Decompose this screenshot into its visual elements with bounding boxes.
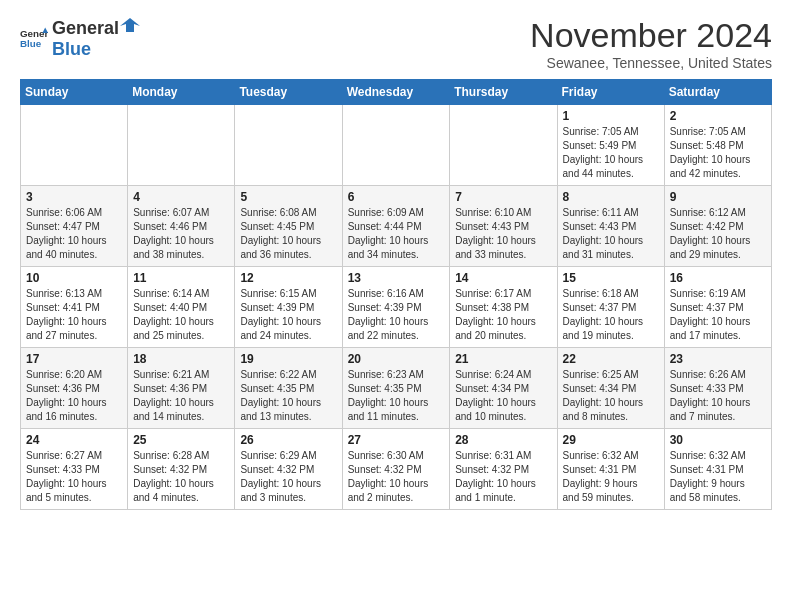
title-area: November 2024 Sewanee, Tennessee, United…	[530, 16, 772, 71]
day-number: 22	[563, 352, 659, 366]
day-number: 11	[133, 271, 229, 285]
day-of-week-wednesday: Wednesday	[342, 80, 450, 105]
calendar-cell: 14Sunrise: 6:17 AM Sunset: 4:38 PM Dayli…	[450, 267, 557, 348]
month-title: November 2024	[530, 16, 772, 55]
day-number: 30	[670, 433, 766, 447]
day-info: Sunrise: 6:31 AM Sunset: 4:32 PM Dayligh…	[455, 449, 551, 505]
day-info: Sunrise: 6:29 AM Sunset: 4:32 PM Dayligh…	[240, 449, 336, 505]
day-number: 9	[670, 190, 766, 204]
day-info: Sunrise: 7:05 AM Sunset: 5:49 PM Dayligh…	[563, 125, 659, 181]
calendar-cell: 17Sunrise: 6:20 AM Sunset: 4:36 PM Dayli…	[21, 348, 128, 429]
calendar-cell: 26Sunrise: 6:29 AM Sunset: 4:32 PM Dayli…	[235, 429, 342, 510]
calendar-cell: 27Sunrise: 6:30 AM Sunset: 4:32 PM Dayli…	[342, 429, 450, 510]
day-number: 4	[133, 190, 229, 204]
calendar-cell: 6Sunrise: 6:09 AM Sunset: 4:44 PM Daylig…	[342, 186, 450, 267]
calendar-cell	[342, 105, 450, 186]
header: General Blue General Blue November 2024 …	[20, 16, 772, 71]
calendar-cell: 5Sunrise: 6:08 AM Sunset: 4:45 PM Daylig…	[235, 186, 342, 267]
day-of-week-sunday: Sunday	[21, 80, 128, 105]
svg-marker-3	[120, 18, 140, 32]
calendar-cell: 10Sunrise: 6:13 AM Sunset: 4:41 PM Dayli…	[21, 267, 128, 348]
calendar-cell: 18Sunrise: 6:21 AM Sunset: 4:36 PM Dayli…	[128, 348, 235, 429]
calendar-cell: 1Sunrise: 7:05 AM Sunset: 5:49 PM Daylig…	[557, 105, 664, 186]
calendar-table: SundayMondayTuesdayWednesdayThursdayFrid…	[20, 79, 772, 510]
svg-text:Blue: Blue	[20, 38, 42, 49]
calendar-week-row: 3Sunrise: 6:06 AM Sunset: 4:47 PM Daylig…	[21, 186, 772, 267]
calendar-cell: 16Sunrise: 6:19 AM Sunset: 4:37 PM Dayli…	[664, 267, 771, 348]
day-info: Sunrise: 6:21 AM Sunset: 4:36 PM Dayligh…	[133, 368, 229, 424]
day-info: Sunrise: 6:09 AM Sunset: 4:44 PM Dayligh…	[348, 206, 445, 262]
logo-bird-icon	[120, 16, 140, 34]
day-info: Sunrise: 6:10 AM Sunset: 4:43 PM Dayligh…	[455, 206, 551, 262]
day-number: 14	[455, 271, 551, 285]
day-info: Sunrise: 6:20 AM Sunset: 4:36 PM Dayligh…	[26, 368, 122, 424]
calendar-cell: 28Sunrise: 6:31 AM Sunset: 4:32 PM Dayli…	[450, 429, 557, 510]
day-of-week-tuesday: Tuesday	[235, 80, 342, 105]
day-info: Sunrise: 6:15 AM Sunset: 4:39 PM Dayligh…	[240, 287, 336, 343]
day-number: 10	[26, 271, 122, 285]
calendar-cell: 24Sunrise: 6:27 AM Sunset: 4:33 PM Dayli…	[21, 429, 128, 510]
day-info: Sunrise: 6:11 AM Sunset: 4:43 PM Dayligh…	[563, 206, 659, 262]
day-number: 19	[240, 352, 336, 366]
day-number: 17	[26, 352, 122, 366]
calendar-cell: 29Sunrise: 6:32 AM Sunset: 4:31 PM Dayli…	[557, 429, 664, 510]
day-info: Sunrise: 6:32 AM Sunset: 4:31 PM Dayligh…	[563, 449, 659, 505]
calendar-cell: 20Sunrise: 6:23 AM Sunset: 4:35 PM Dayli…	[342, 348, 450, 429]
day-info: Sunrise: 6:17 AM Sunset: 4:38 PM Dayligh…	[455, 287, 551, 343]
day-info: Sunrise: 6:24 AM Sunset: 4:34 PM Dayligh…	[455, 368, 551, 424]
day-number: 21	[455, 352, 551, 366]
logo-blue-text: Blue	[52, 39, 141, 60]
calendar-week-row: 10Sunrise: 6:13 AM Sunset: 4:41 PM Dayli…	[21, 267, 772, 348]
calendar-cell: 22Sunrise: 6:25 AM Sunset: 4:34 PM Dayli…	[557, 348, 664, 429]
day-number: 12	[240, 271, 336, 285]
logo-icon: General Blue	[20, 26, 48, 50]
day-number: 16	[670, 271, 766, 285]
calendar-cell: 25Sunrise: 6:28 AM Sunset: 4:32 PM Dayli…	[128, 429, 235, 510]
day-info: Sunrise: 6:25 AM Sunset: 4:34 PM Dayligh…	[563, 368, 659, 424]
day-of-week-saturday: Saturday	[664, 80, 771, 105]
calendar-week-row: 24Sunrise: 6:27 AM Sunset: 4:33 PM Dayli…	[21, 429, 772, 510]
day-number: 1	[563, 109, 659, 123]
calendar-cell: 15Sunrise: 6:18 AM Sunset: 4:37 PM Dayli…	[557, 267, 664, 348]
logo-general-text: General	[52, 18, 119, 39]
day-info: Sunrise: 6:28 AM Sunset: 4:32 PM Dayligh…	[133, 449, 229, 505]
calendar-cell: 4Sunrise: 6:07 AM Sunset: 4:46 PM Daylig…	[128, 186, 235, 267]
calendar-cell: 19Sunrise: 6:22 AM Sunset: 4:35 PM Dayli…	[235, 348, 342, 429]
day-number: 24	[26, 433, 122, 447]
calendar-cell: 9Sunrise: 6:12 AM Sunset: 4:42 PM Daylig…	[664, 186, 771, 267]
calendar-week-row: 1Sunrise: 7:05 AM Sunset: 5:49 PM Daylig…	[21, 105, 772, 186]
calendar-week-row: 17Sunrise: 6:20 AM Sunset: 4:36 PM Dayli…	[21, 348, 772, 429]
day-number: 18	[133, 352, 229, 366]
day-info: Sunrise: 6:27 AM Sunset: 4:33 PM Dayligh…	[26, 449, 122, 505]
calendar-cell	[128, 105, 235, 186]
calendar-cell: 11Sunrise: 6:14 AM Sunset: 4:40 PM Dayli…	[128, 267, 235, 348]
calendar-cell	[450, 105, 557, 186]
day-number: 8	[563, 190, 659, 204]
day-number: 25	[133, 433, 229, 447]
day-info: Sunrise: 6:12 AM Sunset: 4:42 PM Dayligh…	[670, 206, 766, 262]
calendar-cell: 21Sunrise: 6:24 AM Sunset: 4:34 PM Dayli…	[450, 348, 557, 429]
day-number: 5	[240, 190, 336, 204]
calendar-cell: 13Sunrise: 6:16 AM Sunset: 4:39 PM Dayli…	[342, 267, 450, 348]
day-number: 6	[348, 190, 445, 204]
day-number: 27	[348, 433, 445, 447]
day-info: Sunrise: 6:32 AM Sunset: 4:31 PM Dayligh…	[670, 449, 766, 505]
day-of-week-thursday: Thursday	[450, 80, 557, 105]
calendar-cell: 30Sunrise: 6:32 AM Sunset: 4:31 PM Dayli…	[664, 429, 771, 510]
day-number: 3	[26, 190, 122, 204]
calendar-cell: 23Sunrise: 6:26 AM Sunset: 4:33 PM Dayli…	[664, 348, 771, 429]
calendar-cell: 8Sunrise: 6:11 AM Sunset: 4:43 PM Daylig…	[557, 186, 664, 267]
calendar-cell: 3Sunrise: 6:06 AM Sunset: 4:47 PM Daylig…	[21, 186, 128, 267]
day-info: Sunrise: 6:14 AM Sunset: 4:40 PM Dayligh…	[133, 287, 229, 343]
day-number: 26	[240, 433, 336, 447]
day-number: 2	[670, 109, 766, 123]
day-number: 28	[455, 433, 551, 447]
day-info: Sunrise: 6:26 AM Sunset: 4:33 PM Dayligh…	[670, 368, 766, 424]
day-info: Sunrise: 6:06 AM Sunset: 4:47 PM Dayligh…	[26, 206, 122, 262]
calendar-cell: 7Sunrise: 6:10 AM Sunset: 4:43 PM Daylig…	[450, 186, 557, 267]
calendar-header-row: SundayMondayTuesdayWednesdayThursdayFrid…	[21, 80, 772, 105]
location: Sewanee, Tennessee, United States	[530, 55, 772, 71]
day-info: Sunrise: 6:13 AM Sunset: 4:41 PM Dayligh…	[26, 287, 122, 343]
day-info: Sunrise: 7:05 AM Sunset: 5:48 PM Dayligh…	[670, 125, 766, 181]
day-number: 29	[563, 433, 659, 447]
